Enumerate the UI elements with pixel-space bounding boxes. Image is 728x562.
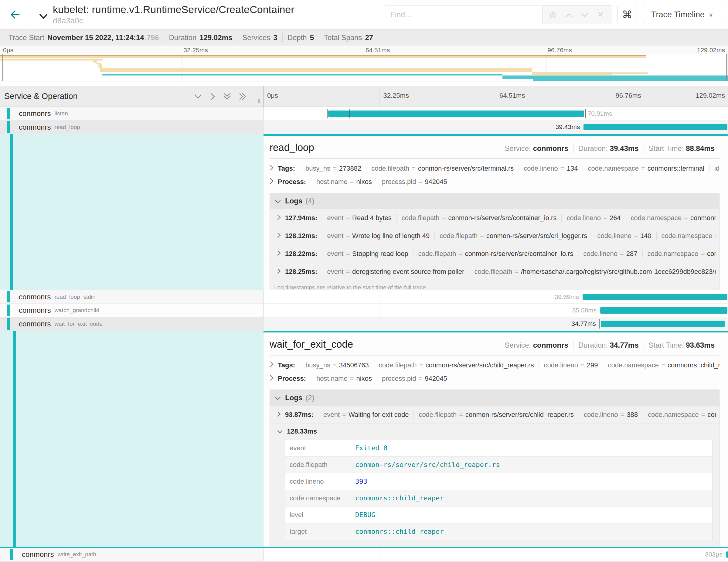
chevron-down-icon[interactable]	[39, 13, 48, 21]
stat-total-spans: Total Spans 27	[319, 33, 378, 42]
clear-find-icon[interactable]: ✕	[597, 11, 604, 19]
kv-row: target conmonrs::child_reaper	[285, 523, 712, 540]
span-duration: 34.77ms	[571, 320, 596, 327]
log-field: code.namespace=conmon…	[643, 411, 716, 419]
span-bar[interactable]: 70.91ms	[328, 111, 584, 117]
detail-left-column[interactable]	[0, 331, 264, 547]
table-row-read-loop-stdin[interactable]: conmonrs read_loop_stdin 39.69ms	[0, 290, 728, 304]
tag-pill: code.namespace=conmonrs::terminal	[583, 165, 709, 172]
span-bar[interactable]: 39.69ms	[583, 294, 727, 300]
span-bar[interactable]: 34.77ms	[601, 321, 725, 327]
process-row[interactable]: Process: host.name=nixos process.pid=942…	[270, 372, 719, 385]
chevron-right-icon	[277, 250, 281, 258]
chevron-right-icon	[277, 411, 281, 419]
logs-panel: Logs (2) 93.87ms: event=Waiting for exit…	[270, 390, 719, 547]
tag-pill: code.filepath=conmon-rs/server/src/termi…	[366, 165, 519, 172]
chevron-right-icon	[270, 178, 274, 186]
log-entry[interactable]: 128.22ms: event=Stopping read loop code.…	[270, 245, 719, 263]
back-button[interactable]	[0, 0, 30, 29]
minimap-axis: 0μs 32.25ms 64.51ms 96.76ms 129.02ms	[0, 46, 728, 54]
collapse-one-icon[interactable]	[194, 94, 202, 99]
detail-duration: Duration: 34.77ms	[573, 341, 644, 349]
tags-row[interactable]: Tags: busy_ns=273882 code.filepath=conmo…	[270, 162, 719, 175]
log-timestamp: 128.12ms:	[285, 232, 317, 240]
detail-left-column[interactable]	[0, 134, 264, 290]
stat-fraction: .756	[145, 33, 159, 42]
process-pill: host.name=nixos	[311, 178, 377, 186]
minimap-right-handle[interactable]	[726, 54, 727, 81]
expand-all-icon[interactable]	[239, 93, 247, 100]
axis-tick: 129.02ms	[697, 46, 725, 54]
log-marker	[327, 109, 328, 118]
trace-minimap[interactable]	[0, 54, 728, 81]
kv-row: code.lineno 393	[285, 473, 712, 490]
span-accent-bar	[7, 291, 10, 302]
next-match-icon[interactable]	[581, 11, 588, 19]
axis-tick: 129.02ms	[696, 92, 725, 100]
stat-value: 3	[273, 33, 277, 42]
kv-key: level	[285, 507, 352, 523]
table-row-write-exit-path[interactable]: conmonrs write_exit_path 303μs	[0, 548, 728, 561]
axis-tick: 0μs	[3, 46, 13, 54]
axis-tick: 64.51ms	[499, 92, 525, 100]
table-row-listen[interactable]: conmonrs listen 70.91ms	[0, 107, 728, 120]
table-row-read-loop[interactable]: conmonrs read_loop 39.43ms	[0, 120, 728, 134]
tags-row[interactable]: Tags: busy_ns=34506763 code.filepath=con…	[270, 359, 719, 372]
timeline-axis-header: 0μs 32.25ms 64.51ms 96.76ms 129.02ms	[264, 86, 728, 107]
find-group: ◎ ✕	[384, 5, 611, 24]
stat-trace-start: Trace Start November 15 2022, 11:24:14.7…	[4, 33, 164, 42]
app-header: kubelet: runtime.v1.RuntimeService/Creat…	[0, 0, 728, 29]
kv-value: Exited 0	[352, 440, 390, 456]
chevron-right-icon	[270, 165, 274, 172]
span-duration: 35.58ms	[572, 307, 597, 314]
span-bar[interactable]: 303μs	[726, 551, 728, 558]
span-accent-bar	[13, 331, 16, 547]
log-entry[interactable]: 93.87ms: event=Waiting for exit code cod…	[270, 406, 719, 424]
span-bar[interactable]: 39.43ms	[583, 124, 727, 130]
column-resize-grip[interactable]: ‖	[258, 98, 261, 105]
span-accent-bar	[10, 134, 13, 290]
prev-match-icon[interactable]	[566, 11, 572, 19]
collapse-all-icon[interactable]	[223, 93, 231, 100]
stat-value: 129.02ms	[199, 33, 232, 42]
spacer	[0, 81, 728, 86]
detail-title: wait_for_exit_code	[270, 339, 353, 350]
span-operation: read_loop_stdin	[54, 294, 95, 300]
log-field: code.lineno=264	[561, 214, 625, 222]
kv-value: conmonrs::child_reaper	[352, 490, 447, 506]
span-service: conmonrs	[19, 123, 51, 131]
tag-pill: code.filepath=conmon-rs/server/src/child…	[374, 361, 539, 369]
kv-key: target	[285, 523, 352, 540]
span-accent-bar	[7, 305, 10, 316]
table-row-watch-grandchild[interactable]: conmonrs watch_grandchild 35.58ms	[0, 304, 728, 317]
log-timestamp: 127.94ms:	[285, 214, 317, 222]
log-entry[interactable]: 128.12ms: event=Wrote log line of length…	[270, 227, 719, 245]
keyboard-shortcuts-button[interactable]: ⌘	[617, 5, 637, 24]
chevron-down-icon	[275, 197, 281, 205]
span-operation: write_exit_path	[57, 551, 96, 558]
expand-one-icon[interactable]	[210, 93, 215, 100]
log-entry[interactable]: 128.25ms: event=deregistering event sour…	[270, 263, 719, 281]
kv-key: code.namespace	[285, 490, 352, 506]
log-entry-expanded[interactable]: 128.33ms event Exited 0 code.filepath co…	[270, 424, 719, 547]
view-selector-button[interactable]: Trace Timeline ∨	[643, 5, 721, 24]
log-field: event=deregistering event source from po…	[322, 268, 469, 276]
kv-value: conmonrs::child_reaper	[352, 523, 447, 540]
log-entry[interactable]: 127.94ms: event=Read 4 bytes code.filepa…	[270, 209, 719, 227]
view-selector-label: Trace Timeline	[651, 10, 705, 19]
logs-header[interactable]: Logs (4)	[270, 193, 719, 209]
divider	[270, 158, 719, 159]
logs-header[interactable]: Logs (2)	[270, 390, 719, 406]
table-row-wait-for-exit-code[interactable]: conmonrs wait_for_exit_code 34.77ms	[0, 317, 728, 331]
minimap-left-handle[interactable]	[2, 54, 3, 81]
process-pill: host.name=nixos	[311, 375, 377, 383]
process-row[interactable]: Process: host.name=nixos process.pid=942…	[270, 175, 719, 189]
span-operation: wait_for_exit_code	[54, 321, 102, 327]
span-duration: 39.69ms	[555, 293, 579, 301]
stat-label: Total Spans	[324, 33, 362, 42]
find-input[interactable]	[384, 5, 542, 24]
kv-row: code.namespace conmonrs::child_reaper	[285, 490, 712, 507]
span-bar[interactable]: 35.58ms	[600, 307, 727, 314]
locate-icon[interactable]: ◎	[550, 11, 557, 19]
log-field: code.filepath=conmon-rs/server/src/cri_l…	[434, 232, 592, 240]
